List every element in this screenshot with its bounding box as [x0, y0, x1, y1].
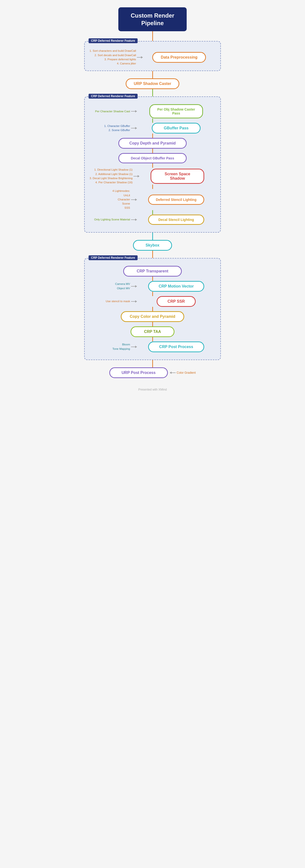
color-gradient-label: Color Gradient	[177, 371, 196, 375]
urp-post-process-node: URP Post Process	[109, 367, 168, 378]
title-text: Custom Render Pipeline	[131, 12, 174, 26]
arrow-to-data-preprocessing	[137, 57, 143, 58]
deferred-stencil-node: Deferred Stencil Lighting	[148, 194, 204, 205]
deferred-stencil-wrapper: Deferred Stencil Lighting	[137, 194, 215, 205]
character-label: Character	[118, 197, 130, 202]
connector-4	[152, 133, 153, 138]
crp-post-row: Bloom Tone Mapping CRP Post Process	[90, 341, 215, 352]
camera-jitter-label: 4. Camera jitter	[117, 62, 136, 66]
decal-gbuffer-node: Decal Object GBuffer Pass	[118, 153, 187, 163]
object-mv-label: Object MV	[117, 286, 130, 290]
arrow-screen-space	[133, 176, 139, 177]
connector-13	[152, 307, 153, 311]
copy-color-row: Copy Color and Pyramid	[90, 311, 215, 322]
crp-motion-wrapper: CRP Motion Vector	[137, 281, 215, 292]
feature-label-2: CRP Deferred Renderer Feature	[89, 94, 138, 99]
arrow-deferred-stencil	[131, 199, 137, 200]
connector-6	[152, 163, 153, 168]
per-char-label: 4. Per Character Shadow (16)	[95, 180, 133, 185]
crp-post-wrapper: CRP Post Process	[137, 341, 215, 352]
crp-ssr-annotations: Use stencil to mask	[90, 299, 131, 303]
footer: Presented with XMind	[138, 388, 167, 391]
copy-depth-node: Copy Depth and Pyramid	[118, 138, 187, 149]
arrow-crp-post	[131, 347, 137, 347]
connector-9	[152, 232, 153, 240]
copy-color-node: Copy Color and Pyramid	[121, 311, 184, 322]
lightmodes-label: 4 Lightmodes:	[112, 189, 130, 193]
footer-text: Presented with XMind	[138, 388, 167, 391]
connector-3	[152, 118, 153, 123]
arrow-crp-ssr	[131, 301, 137, 302]
arrow-head-left	[170, 372, 172, 374]
connector-12	[152, 292, 153, 296]
arrow-color-gradient	[170, 372, 176, 373]
arrow-crp-motion	[131, 286, 137, 286]
color-gradient-annotation: Color Gradient	[170, 371, 196, 375]
feature-box-1: CRP Deferred Renderer Feature 1. Sort ch…	[84, 41, 221, 71]
dir-light-label: 1. Directional Light Shadow (1)	[94, 168, 133, 172]
connector-14	[152, 322, 153, 327]
scene-gbuffer-label: 2. Scene GBuffer	[109, 128, 130, 132]
decal-light-label: 3. Decal Light Shadow Brightening	[90, 176, 133, 180]
use-stencil-label: Use stencil to mask	[106, 299, 130, 303]
connector-2	[152, 89, 153, 96]
gbuffer-annotations: 1. Character GBuffer 2. Scene GBuffer	[90, 124, 131, 132]
crp-motion-vector-node: CRP Motion Vector	[148, 281, 204, 292]
gbuffer-row: 1. Character GBuffer 2. Scene GBuffer GB…	[90, 123, 215, 133]
arrow-per-obj	[131, 111, 137, 112]
deferred-stencil-row: 4 Lightmodes: UnLit Character Scene SSS …	[90, 189, 215, 210]
feature-box-3: CRP Deferred Renderer Feature CRP Transp…	[84, 258, 221, 360]
connector-11	[152, 277, 153, 281]
feature-box-2: CRP Deferred Renderer Feature Per Charac…	[84, 96, 221, 232]
connector-1	[152, 71, 153, 79]
unlit-label: UnLit	[124, 193, 130, 197]
title-box: Custom Render Pipeline	[118, 7, 187, 31]
crp-ssr-wrapper: CRP SSR	[137, 296, 215, 307]
arrow-decal-stencil	[131, 219, 137, 220]
crp-taa-node: CRP TAA	[131, 327, 174, 337]
per-obj-shadow-node: Per Obj Shadow Caster Pass	[149, 104, 203, 118]
char-gbuffer-label: 1. Character GBuffer	[104, 124, 130, 128]
only-lighting-label: Only Lighting Scene Material	[94, 217, 130, 222]
urp-shadow-caster-node: URP Shadow Caster	[126, 79, 179, 89]
arrow-gbuffer	[131, 128, 137, 128]
data-preprocessing-annotations: 1. Sort characters and build DrawCall 2.…	[90, 49, 137, 66]
crp-motion-row: Camera MV Object MV CRP Motion Vector	[90, 281, 215, 292]
per-obj-shadow-row: Per Character Shadow Cast Per Obj Shadow…	[90, 104, 215, 118]
per-char-shadow-label: Per Character Shadow Cast	[95, 110, 130, 114]
crp-transparent-node: CRP Transparent	[123, 266, 182, 277]
crp-motion-annotations: Camera MV Object MV	[90, 282, 131, 290]
gbuffer-wrapper: GBuffer Pass	[137, 123, 215, 133]
per-obj-shadow-annotations: Per Character Shadow Cast	[90, 110, 131, 114]
crp-taa-row: CRP TAA	[90, 327, 215, 337]
connector-8	[152, 210, 153, 215]
urp-post-row: URP Post Process Color Gradient	[109, 367, 196, 378]
crp-ssr-row: Use stencil to mask CRP SSR	[90, 296, 215, 307]
copy-depth-row: Copy Depth and Pyramid	[90, 138, 215, 149]
scene-label: Scene	[122, 202, 130, 206]
gbuffer-pass-node: GBuffer Pass	[152, 123, 201, 133]
connector-5	[152, 149, 153, 153]
decal-stencil-row: Only Lighting Scene Material Decal Stenc…	[90, 215, 215, 225]
data-preprocessing-wrapper: Data Preprocessing	[143, 52, 215, 63]
decal-stencil-node: Decal Stencil Lighting	[148, 215, 204, 225]
screen-space-shadow-node: Screen Space Shadow	[150, 169, 204, 184]
bloom-label: Bloom	[122, 342, 130, 347]
connector-10	[152, 251, 153, 258]
crp-post-process-node: CRP Post Process	[148, 341, 204, 352]
connector-title-to-feature1	[152, 31, 153, 41]
skybox-node: Skybox	[133, 240, 172, 251]
connector-15	[152, 337, 153, 341]
screen-space-wrapper: Screen Space Shadow	[139, 169, 215, 184]
feature-label-3: CRP Deferred Renderer Feature	[89, 255, 138, 260]
tone-mapping-label: Tone Mapping	[112, 347, 130, 351]
crp-post-annotations: Bloom Tone Mapping	[90, 342, 131, 351]
camera-mv-label: Camera MV	[115, 282, 130, 286]
sort-chars-label: 1. Sort characters and build DrawCall	[90, 49, 136, 53]
screen-space-shadow-row: 1. Directional Light Shadow (1) 2. Addit…	[90, 168, 215, 185]
decal-stencil-wrapper: Decal Stencil Lighting	[137, 215, 215, 225]
connector-16	[152, 360, 153, 367]
feature-label-1: CRP Deferred Renderer Feature	[89, 38, 138, 43]
prepare-lights-label: 3. Prepare deferred lights	[104, 57, 136, 62]
sort-decals-label: 2. Sort decals and build DrawCall	[94, 53, 136, 57]
